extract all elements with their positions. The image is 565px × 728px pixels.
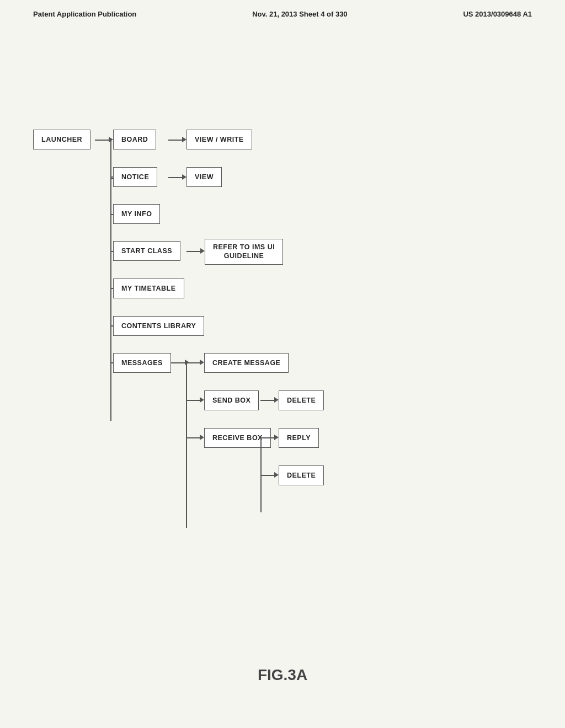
send-box-box: SEND BOX <box>204 390 259 410</box>
board-box: BOARD <box>113 130 156 149</box>
messages-box: MESSAGES <box>113 353 171 373</box>
view-write-box: VIEW / WRITE <box>186 130 252 149</box>
contents-library-box: CONTENTS LIBRARY <box>113 316 204 336</box>
my-timetable-box: MY TIMETABLE <box>113 279 184 298</box>
header-center: Nov. 21, 2013 Sheet 4 of 330 <box>252 10 347 18</box>
header-left: Patent Application Publication <box>33 10 136 18</box>
delete2-box: DELETE <box>279 465 324 485</box>
header: Patent Application Publication Nov. 21, … <box>0 0 565 24</box>
reply-box: REPLY <box>279 428 319 448</box>
refer-box: REFER TO IMS UIGUIDELINE <box>205 239 283 265</box>
figure-label: FIG.3A <box>0 666 565 684</box>
view-box: VIEW <box>186 167 222 187</box>
start-class-box: START CLASS <box>113 241 180 261</box>
delete1-box: DELETE <box>279 390 324 410</box>
my-info-box: MY INFO <box>113 204 160 224</box>
create-message-box: CREATE MESSAGE <box>204 353 289 373</box>
header-right: US 2013/0309648 A1 <box>463 10 532 18</box>
launcher-box: LAUNCHER <box>33 130 90 149</box>
page: Patent Application Publication Nov. 21, … <box>0 0 565 728</box>
notice-box: NOTICE <box>113 167 157 187</box>
